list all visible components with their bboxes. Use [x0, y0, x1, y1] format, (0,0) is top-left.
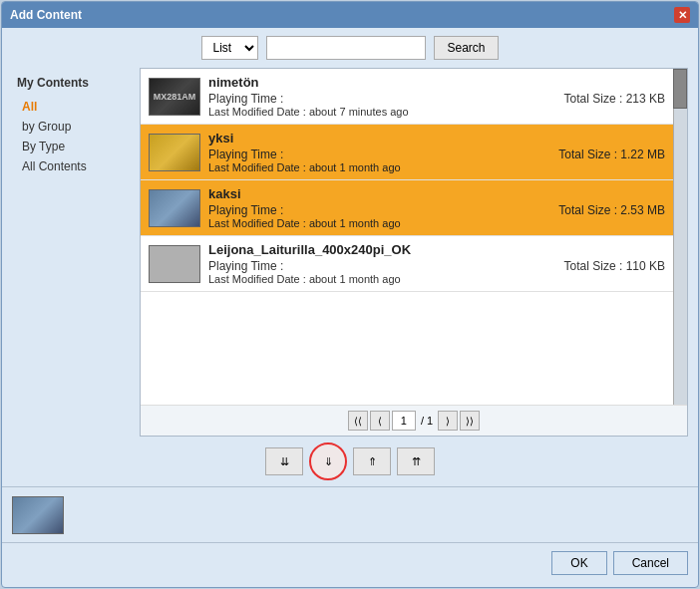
list-area[interactable]: MX281AM nimetön Playing Time : Total Siz… — [141, 69, 687, 405]
next-page-button[interactable]: ⟩ — [438, 411, 458, 431]
item-thumbnail: MX281AM — [149, 78, 200, 116]
sidebar-section-title: My Contents — [12, 73, 132, 93]
item-info: nimetön Playing Time : Total Size : 213 … — [208, 75, 665, 118]
item-date: Last Modified Date : about 1 month ago — [208, 273, 665, 285]
sidebar: My Contents All by Group By Type All Con… — [12, 68, 132, 437]
content-area: List Grid Search My Contents All by Grou… — [2, 28, 698, 583]
sidebar-item-all-contents[interactable]: All Contents — [12, 156, 132, 176]
list-item[interactable]: Leijona_Laiturilla_400x240pi_OK Playing … — [141, 236, 673, 292]
title-bar: Add Content ✕ — [2, 2, 698, 28]
playing-time-label: Playing Time : — [208, 92, 283, 106]
item-info: kaksi Playing Time : Total Size : 2.53 M… — [208, 186, 665, 229]
content-panel: MX281AM nimetön Playing Time : Total Siz… — [140, 68, 688, 437]
sidebar-item-by-group[interactable]: by Group — [12, 117, 132, 137]
list-item[interactable]: yksi Playing Time : Total Size : 1.22 MB… — [141, 125, 673, 180]
item-date: Last Modified Date : about 7 minutes ago — [208, 106, 665, 118]
item-meta: Playing Time : Total Size : 1.22 MB — [208, 147, 665, 161]
move-all-up-button[interactable]: ⇈ — [397, 447, 435, 475]
search-input[interactable] — [266, 36, 426, 60]
playing-time-label: Playing Time : — [208, 147, 283, 161]
item-meta: Playing Time : Total Size : 213 KB — [208, 92, 665, 106]
item-date: Last Modified Date : about 1 month ago — [208, 217, 665, 229]
search-button[interactable]: Search — [434, 36, 498, 60]
selected-area — [2, 486, 698, 542]
scrollbar-thumb[interactable] — [673, 69, 687, 109]
item-name: yksi — [208, 131, 665, 146]
item-thumbnail — [149, 134, 200, 171]
footer: OK Cancel — [2, 542, 698, 583]
item-name: nimetön — [208, 75, 665, 90]
first-page-button[interactable]: ⟨⟨ — [348, 411, 368, 431]
item-info: yksi Playing Time : Total Size : 1.22 MB… — [208, 131, 665, 173]
dialog-title: Add Content — [10, 8, 82, 22]
list-item[interactable]: kaksi Playing Time : Total Size : 2.53 M… — [141, 180, 673, 236]
toolbar: List Grid Search — [2, 28, 698, 68]
sidebar-item-by-type[interactable]: By Type — [12, 137, 132, 156]
item-info: Leijona_Laiturilla_400x240pi_OK Playing … — [208, 242, 665, 285]
item-meta: Playing Time : Total Size : 2.53 MB — [208, 203, 665, 217]
item-name: Leijona_Laiturilla_400x240pi_OK — [208, 242, 665, 257]
move-up-button[interactable]: ⇑ — [353, 447, 391, 475]
list-item[interactable]: MX281AM nimetön Playing Time : Total Siz… — [141, 69, 673, 125]
total-size: Total Size : 2.53 MB — [558, 203, 665, 217]
close-button[interactable]: ✕ — [674, 7, 690, 23]
item-name: kaksi — [208, 186, 665, 201]
move-buttons: ⇊ ⇓ ⇑ ⇈ — [2, 437, 698, 486]
selected-thumbnail — [12, 496, 64, 534]
total-size: Total Size : 1.22 MB — [558, 147, 665, 161]
sidebar-item-all[interactable]: All — [12, 97, 132, 117]
scrollbar-track[interactable] — [673, 69, 687, 405]
playing-time-label: Playing Time : — [208, 259, 283, 273]
item-meta: Playing Time : Total Size : 110 KB — [208, 259, 665, 273]
cancel-button[interactable]: Cancel — [613, 551, 688, 575]
item-date: Last Modified Date : about 1 month ago — [208, 161, 665, 173]
move-down-button[interactable]: ⇓ — [309, 442, 347, 480]
main-content: My Contents All by Group By Type All Con… — [2, 68, 698, 437]
item-thumbnail — [149, 189, 200, 227]
last-page-button[interactable]: ⟩⟩ — [460, 411, 480, 431]
view-select[interactable]: List Grid — [201, 36, 258, 60]
total-size: Total Size : 110 KB — [564, 259, 665, 273]
ok-button[interactable]: OK — [551, 551, 606, 575]
add-content-dialog: Add Content ✕ List Grid Search My Conten… — [1, 1, 699, 588]
move-all-down-button[interactable]: ⇊ — [265, 447, 303, 475]
page-total: / 1 — [418, 415, 436, 427]
total-size: Total Size : 213 KB — [564, 92, 665, 106]
prev-page-button[interactable]: ⟨ — [370, 411, 390, 431]
item-thumbnail — [149, 245, 200, 283]
page-input[interactable] — [392, 411, 416, 431]
pagination-bar: ⟨⟨ ⟨ / 1 ⟩ ⟩⟩ — [141, 405, 687, 436]
playing-time-label: Playing Time : — [208, 203, 283, 217]
